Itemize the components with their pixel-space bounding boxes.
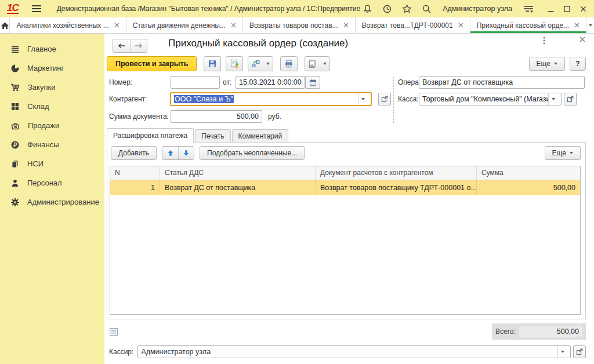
sidebar-item-nsi[interactable]: НСИ [0,154,104,173]
add-row-button[interactable]: Добавить [111,146,157,160]
cashbox-open-button[interactable] [564,93,577,105]
move-row-up-button[interactable] [162,147,178,159]
sidebar-item-main[interactable]: Главное [0,39,104,59]
tab-print[interactable]: Печать [195,129,230,142]
cashier-dropdown-button[interactable] [557,346,567,358]
table-command-bar: Добавить Подобрать неоплаченные... Еще [111,146,581,160]
create-based-on-button[interactable] [248,56,273,71]
shopping-cart-icon [10,83,20,92]
tab-returns-list[interactable]: Возвраты товаров постав... [243,17,356,33]
total-label: Всего: [495,327,516,336]
sidebar-item-marketing[interactable]: Маркетинг [0,59,104,78]
tab-cash-receipt-order[interactable]: Приходный кассовый орде... [470,17,586,33]
cashbox-input[interactable]: Торговый дом "Комплексный" (Магазин "Пр [419,93,562,105]
report-chart-icon [308,59,317,68]
post-and-close-button[interactable]: Провести и закрыть [107,56,197,71]
titlebar-actions: Администратор узла [363,4,587,14]
close-window-icon[interactable] [579,5,587,13]
save-icon [208,59,217,68]
help-button[interactable]: ? [570,57,586,71]
cashier-label: Кассир: [109,348,133,356]
favorites-star-icon[interactable] [402,4,412,14]
ruble-coin-icon [10,140,20,150]
tab-close-icon[interactable] [458,23,463,28]
table-row[interactable]: 1 Возврат ДС от поставщика Возврат товар… [110,180,580,195]
chevron-down-icon [554,63,557,65]
tab-cashflow-items[interactable]: Статьи движения денежны... [126,17,243,33]
counterparty-label: Контрагент: [109,93,147,105]
payment-details-panel: Добавить Подобрать неоплаченные... Еще [107,142,586,319]
cell-amount[interactable]: 500,00 [477,180,580,195]
number-input[interactable] [171,76,220,89]
column-header-n[interactable]: N [110,166,160,180]
chevron-down-icon [588,24,593,27]
search-icon[interactable] [422,4,432,14]
sections-sidebar: Главное Маркетинг Закупки Склад Продажи … [0,34,104,364]
column-header-amount[interactable]: Сумма [477,166,580,180]
application-window: 1С Демонстрационная база /Магазин "Бытов… [0,0,594,364]
maximize-icon[interactable] [563,5,571,13]
move-row-down-button[interactable] [178,147,194,159]
date-input[interactable]: 15.03.2021 0:00:00 [236,76,305,89]
save-button[interactable] [204,56,221,71]
tab-comment[interactable]: Комментарий [232,129,289,142]
tab-overflow-button[interactable] [586,17,594,33]
form-more-button[interactable]: Еще [529,57,565,71]
cashbox-dropdown-button[interactable] [548,93,558,105]
sidebar-item-personnel[interactable]: Персонал [0,173,104,192]
tab-close-icon[interactable] [343,23,349,28]
tab-payment-details[interactable]: Расшифровка платежа [107,128,194,143]
column-header-article[interactable]: Статья ДДС [160,166,316,180]
tab-label: Возврат това...ТДРТ-000001 [362,21,453,30]
main-menu-icon[interactable] [31,5,42,13]
cell-settlement-document[interactable]: Возврат товаров поставщику ТДРТ-000001 о… [316,180,477,195]
cell-row-number[interactable]: 1 [110,180,160,195]
post-document-button[interactable] [226,56,243,71]
form-page-tabs: Расшифровка платежа Печать Комментарий [107,128,288,142]
tab-close-icon[interactable] [574,23,579,28]
counterparty-input[interactable]: ООО "Слеза и Ъ" [170,92,372,106]
sidebar-item-finance[interactable]: Финансы [0,135,104,154]
sidebar-item-purchases[interactable]: Закупки [0,78,104,97]
tab-close-icon[interactable] [114,23,119,28]
cashier-row: Кассир: Администратор узла [109,345,586,359]
sections-menu-icon [10,45,20,54]
amount-input[interactable]: 500,00 [171,110,262,123]
calendar-button[interactable] [305,76,320,89]
details-list-icon[interactable] [109,327,118,336]
date-prefix-label: от: [223,76,231,89]
cashier-open-button[interactable] [573,345,586,358]
forward-button[interactable] [130,39,147,52]
form-toolbar: Провести и закрыть [107,56,586,72]
sidebar-item-warehouse[interactable]: Склад [0,97,104,116]
sidebar-item-sales[interactable]: Продажи [0,116,104,135]
form-menu-dots-icon[interactable] [543,36,545,47]
counterparty-dropdown-button[interactable] [358,93,368,105]
back-button[interactable] [113,39,130,52]
current-user[interactable]: Администратор узла [443,5,512,13]
tab-close-icon[interactable] [231,23,236,28]
history-clock-icon[interactable] [382,4,392,14]
print-button[interactable] [280,56,298,71]
operation-input[interactable]: Возврат ДС от поставщика [419,76,585,89]
cashier-input[interactable]: Администратор узла [137,345,571,358]
home-tab[interactable] [0,17,10,33]
selected-text: ООО "Слеза и Ъ" [174,95,234,103]
tab-analytics[interactable]: Аналитики хозяйственных ... [10,17,126,33]
service-menu-icon[interactable] [523,5,534,13]
amount-label: Сумма документа: [109,110,169,123]
cashbox-label: Касса: [398,93,419,105]
minimize-icon[interactable] [547,5,555,13]
payment-details-table[interactable]: N Статья ДДС Документ расчетов с контраг… [110,166,581,315]
pick-unpaid-button[interactable]: Подобрать неоплаченные... [200,146,305,160]
sidebar-item-administration[interactable]: Администрирование [0,192,104,212]
sidebar-item-label: Финансы [27,140,59,149]
cell-article[interactable]: Возврат ДС от поставщика [160,180,316,195]
notifications-bell-icon[interactable] [363,4,372,14]
table-more-button[interactable]: Еще [545,146,581,160]
column-header-document[interactable]: Документ расчетов с контрагентом [316,166,477,180]
reports-button[interactable] [305,56,330,71]
tab-return-document[interactable]: Возврат това...ТДРТ-000001 [356,17,470,33]
form-close-icon[interactable] [579,36,586,45]
counterparty-open-button[interactable] [378,93,391,105]
